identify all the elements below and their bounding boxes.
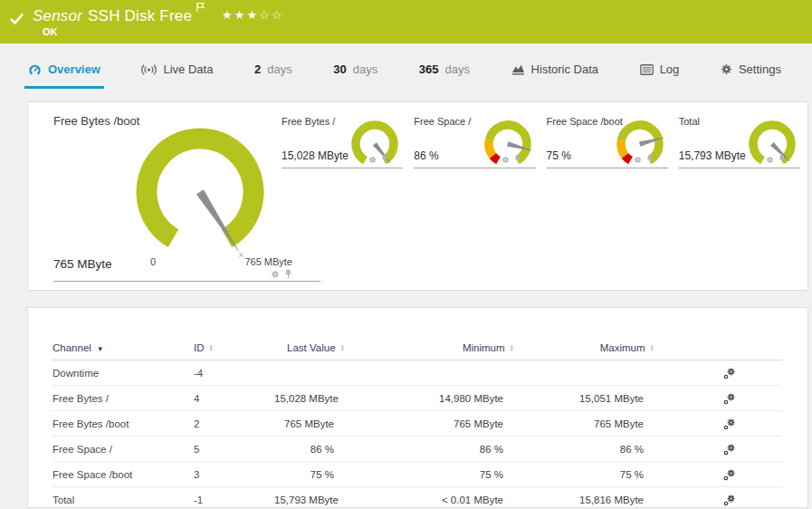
cell-maximum: 86 % [514,444,654,455]
gear-icon[interactable] [766,156,774,164]
channel-settings-icon[interactable] [723,367,736,379]
tab-live-data[interactable]: Live Data [138,62,216,89]
cell-last_value: 75 % [274,469,345,480]
tab-number: 2 [254,62,261,76]
gear-icon[interactable] [368,156,377,164]
gauge-scale-min: 0 [144,256,162,267]
gauge-actions [766,155,786,164]
cell-id: -4 [194,368,274,379]
gauge-dial [347,117,403,175]
log-icon [640,64,654,75]
tab-settings[interactable]: Settings [717,62,785,89]
flag-icon[interactable] [196,2,205,13]
table-row-free-bytes-boot[interactable]: Free Bytes /boot2765 MByte765 MByte765 M… [53,411,782,437]
table-row-free-bytes[interactable]: Free Bytes /415,028 MByte14,980 MByte15,… [53,386,782,411]
cell-id: 4 [194,393,274,404]
star-filled-icon[interactable]: ★ [234,8,247,22]
pin-icon[interactable] [284,269,292,279]
sort-toggle-icon[interactable]: ▲▼ [209,344,214,352]
pin-icon[interactable] [646,155,654,164]
tab-label: Historic Data [531,62,598,76]
star-filled-icon[interactable]: ★ [246,8,259,22]
channel-settings-icon[interactable] [723,468,736,481]
pin-icon[interactable] [779,155,786,164]
star-empty-icon[interactable]: ☆ [272,8,284,22]
channel-settings-icon[interactable] [723,418,736,430]
cell-id: 2 [194,418,274,429]
tab-label: days [445,62,470,76]
chart-icon [511,63,525,75]
channel-settings-icon[interactable] [723,443,736,456]
sensor-title-prefix: Sensor [33,7,82,24]
table-row-total[interactable]: Total-115,793 MByte< 0.01 MByte15,816 MB… [53,487,782,509]
tab-365-days[interactable]: 365days [416,62,473,89]
column-header-last_value[interactable]: Last Value▲▼ [274,342,345,353]
cell-minimum: 765 MByte [345,418,514,429]
cell-actions [654,468,782,481]
gear-icon[interactable] [271,270,280,279]
cell-channel: Total [53,495,194,505]
star-filled-icon[interactable]: ★ [222,8,234,22]
pin-icon[interactable] [514,155,521,164]
gauge-actions [502,155,521,164]
cell-channel: Downtime [53,368,194,379]
tab-label: days [267,62,291,76]
gauge-value: 15,028 MByte [282,149,349,162]
divider [53,281,320,282]
cell-minimum: 14,980 MByte [345,393,514,404]
cell-maximum: 15,051 MByte [514,393,654,404]
column-header-id[interactable]: ID▲▼ [194,342,274,353]
channel-settings-icon[interactable] [723,494,736,506]
cell-last_value: 765 MByte [274,418,345,429]
check-icon [9,12,24,25]
priority-stars[interactable]: ★★★☆☆ [222,9,283,22]
sort-desc-icon: ▼ [97,345,104,353]
cell-minimum: < 0.01 MByte [345,495,514,505]
pin-icon[interactable] [381,155,388,164]
cell-last_value: 15,028 MByte [274,393,345,404]
star-empty-icon[interactable]: ☆ [259,8,272,22]
channel-settings-icon[interactable] [723,392,736,405]
cell-id: -1 [194,495,274,505]
cell-actions [654,367,782,379]
channels-table: Channel▼ID▲▼Last Value▲▼Minimum▲▼Maximum… [53,336,782,509]
gauge-dial [612,117,668,175]
cell-channel: Free Space / [53,444,194,455]
column-label: Channel [53,342,91,353]
sort-toggle-icon[interactable]: ▲▼ [650,344,654,352]
tab-number: 365 [419,62,439,76]
cell-channel: Free Bytes /boot [53,418,194,429]
live-icon [141,63,157,76]
table-header-row: Channel▼ID▲▼Last Value▲▼Minimum▲▼Maximum… [53,336,782,360]
column-label: Maximum [600,342,645,353]
table-row-free-space-boot[interactable]: Free Space /boot375 %75 %75 % [53,462,782,487]
gear-icon [721,63,732,75]
column-label: Last Value [287,342,336,353]
column-header-minimum[interactable]: Minimum▲▼ [345,342,514,353]
gauge-value: 86 % [414,149,438,162]
cell-id: 5 [194,444,274,455]
table-row-downtime[interactable]: Downtime-4 [53,360,782,386]
primary-gauge-dial [114,120,295,270]
column-header-maximum[interactable]: Maximum▲▼ [514,342,654,353]
gauge-actions [368,155,388,164]
primary-gauge-value: 765 MByte [53,257,112,271]
gear-icon[interactable] [502,156,510,164]
cell-actions [654,443,782,456]
tab-historic-data[interactable]: Historic Data [508,62,602,89]
tab-30-days[interactable]: 30days [330,62,381,89]
column-header-channel[interactable]: Channel▼ [53,342,194,353]
gauge-dial [480,117,536,175]
sensor-name: SSH Disk Free [88,7,192,24]
gauge-tile-2: Free Space /86 % [414,115,535,168]
gauge-tile-1: Free Bytes /15,028 MByte [282,115,403,168]
tab-log[interactable]: Log [636,62,683,89]
tab-2-days[interactable]: 2days [251,62,296,89]
gear-icon[interactable] [634,156,642,164]
tab-overview[interactable]: Overview [24,62,104,89]
gauges-panel: Free Bytes /boot 0 765 MByte 765 MByte F… [27,101,808,291]
table-row-free-space[interactable]: Free Space /586 %86 %86 % [53,437,782,462]
tab-label: Log [660,62,680,76]
gauge-tile-4: Total15,793 MByte [679,115,800,168]
tab-bar: OverviewLive Data2days30days365daysHisto… [0,43,812,89]
